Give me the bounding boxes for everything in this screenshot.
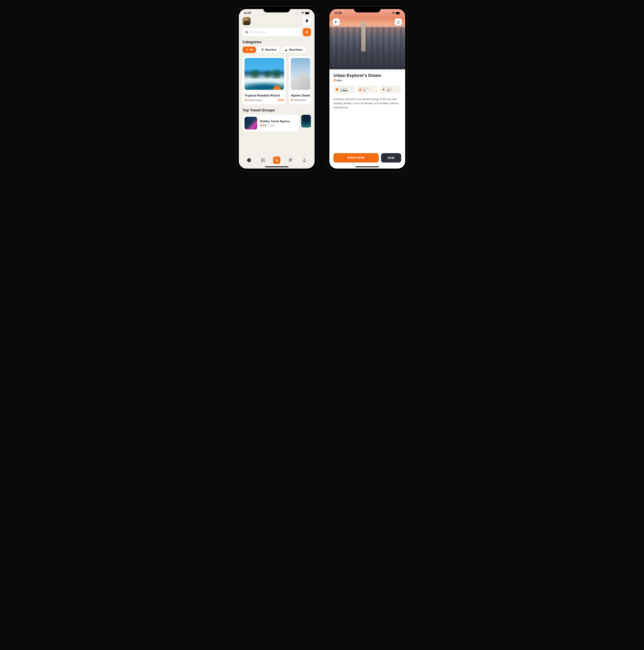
svg-point-23 <box>361 88 362 89</box>
bell-icon <box>305 19 309 23</box>
people-icon <box>359 88 362 91</box>
category-chips: All Beaches Mountains <box>242 46 311 53</box>
svg-rect-15 <box>263 160 265 162</box>
detail-description: Immerse yourself in the vibrant energy o… <box>333 97 401 110</box>
nav-profile[interactable] <box>301 156 308 164</box>
sliders-icon <box>305 31 309 34</box>
home-screen: 11:37 •••• <box>239 9 315 169</box>
battery-icon <box>305 12 310 14</box>
destination-location: Pacific Ocean <box>244 99 262 102</box>
cell-dots-icon: •••• <box>387 12 390 14</box>
detail-footer: BOOK NOW $140 <box>329 150 405 169</box>
svg-point-5 <box>307 31 308 32</box>
groups-title: Top Travel Groups <box>242 108 311 112</box>
search-input[interactable] <box>250 31 298 34</box>
svg-line-17 <box>277 161 278 162</box>
book-now-button[interactable]: BOOK NOW <box>333 153 379 162</box>
mountain-icon <box>284 48 288 51</box>
svg-point-22 <box>360 88 361 89</box>
compass-icon <box>247 158 251 162</box>
bookmark-icon <box>289 158 292 162</box>
wifi-icon <box>392 12 395 14</box>
status-time: 11:39 <box>334 11 342 15</box>
nav-bookmarks[interactable] <box>287 156 294 164</box>
chip-mountains[interactable]: Mountains <box>281 46 306 53</box>
destination-location: Switzerland <box>291 99 306 101</box>
home-indicator <box>355 167 379 167</box>
search-box[interactable] <box>242 28 301 36</box>
notch <box>354 7 381 12</box>
bookmark-button[interactable] <box>273 85 281 90</box>
destination-meta: Pacific Ocean $150 <box>244 99 284 102</box>
phone-detail: 11:39 •••• Urban Explorer's Dream <box>327 7 408 171</box>
cell-dots-icon: •••• <box>297 12 300 14</box>
star-icon <box>382 88 385 91</box>
detail-screen: 11:39 •••• Urban Explorer's Dream <box>329 9 405 169</box>
status-right: •••• <box>387 12 400 14</box>
arrow-left-icon <box>335 21 338 23</box>
destination-title: Alpine Chalet <box>291 94 310 97</box>
search-row <box>242 28 311 36</box>
price-button[interactable]: $140 <box>381 153 401 162</box>
search-icon <box>275 158 278 162</box>
avatar[interactable] <box>242 17 250 25</box>
group-rating: 4.7 (1450) <box>260 124 290 127</box>
stat-label: Duration <box>340 87 348 89</box>
group-card-partial[interactable] <box>301 115 311 128</box>
svg-line-3 <box>247 33 248 34</box>
home-indicator <box>265 167 289 167</box>
detail-body: Urban Explorer's Dream USA Duration 2 Da… <box>329 69 405 150</box>
stats-row: Duration 2 Days Person 2 Rating 4.7 <box>333 85 401 94</box>
chip-all[interactable]: All <box>242 46 256 53</box>
group-card[interactable]: Holiday Travel Agency 4.7 (1450) <box>242 115 299 132</box>
detail-location: USA <box>333 79 401 82</box>
stat-label: Rating <box>387 87 392 89</box>
stat-value: 2 <box>364 89 370 92</box>
chip-beaches[interactable]: Beaches <box>258 46 279 53</box>
destination-card[interactable]: Tropical Paradise Resort Pacific Ocean $… <box>242 56 286 104</box>
grid-icon <box>261 158 265 162</box>
status-time: 11:37 <box>244 11 251 15</box>
battery-icon <box>396 12 400 14</box>
stat-value: 4.7 <box>387 89 392 92</box>
wifi-icon <box>301 12 304 14</box>
nav-explore[interactable] <box>245 156 253 164</box>
beach-icon <box>261 48 264 51</box>
group-image <box>244 117 257 130</box>
filter-button[interactable] <box>303 28 311 36</box>
destination-card[interactable]: Alpine Chalet Switzerland <box>289 56 311 104</box>
hero-actions <box>333 19 402 26</box>
bookmark-icon <box>397 21 400 24</box>
rating-count: (1450) <box>267 124 274 127</box>
destination-image <box>244 58 284 90</box>
location-text: USA <box>337 79 342 82</box>
svg-rect-1 <box>309 13 309 13</box>
stat-rating: Rating 4.7 <box>380 85 401 94</box>
svg-point-11 <box>263 48 264 49</box>
svg-point-7 <box>306 32 307 33</box>
bookmark-button[interactable] <box>395 19 402 26</box>
location-text: Pacific Ocean <box>247 99 262 102</box>
nav-search[interactable] <box>273 156 280 164</box>
bookmark-icon <box>276 87 278 90</box>
stat-label: Person <box>364 87 370 89</box>
pin-icon <box>244 99 247 102</box>
svg-rect-0 <box>305 12 309 14</box>
pin-icon <box>291 99 293 101</box>
chip-label: Mountains <box>289 48 303 51</box>
stat-person: Person 2 <box>357 85 378 94</box>
detail-title: Urban Explorer's Dream <box>333 73 401 78</box>
pin-icon <box>333 79 336 82</box>
top-row <box>242 17 311 25</box>
groups-scroll[interactable]: Holiday Travel Agency 4.7 (1450) <box>242 115 311 132</box>
notifications-button[interactable] <box>303 17 311 25</box>
back-button[interactable] <box>333 19 340 26</box>
svg-point-9 <box>307 33 308 34</box>
hero-image: 11:39 •••• <box>329 9 405 69</box>
nav-grid[interactable] <box>259 156 267 164</box>
chip-label: Beaches <box>265 48 276 51</box>
destinations-scroll[interactable]: Tropical Paradise Resort Pacific Ocean $… <box>242 56 311 104</box>
svg-point-10 <box>247 48 247 49</box>
phone-home: 11:37 •••• <box>236 7 317 171</box>
destination-title: Tropical Paradise Resort <box>244 94 284 97</box>
